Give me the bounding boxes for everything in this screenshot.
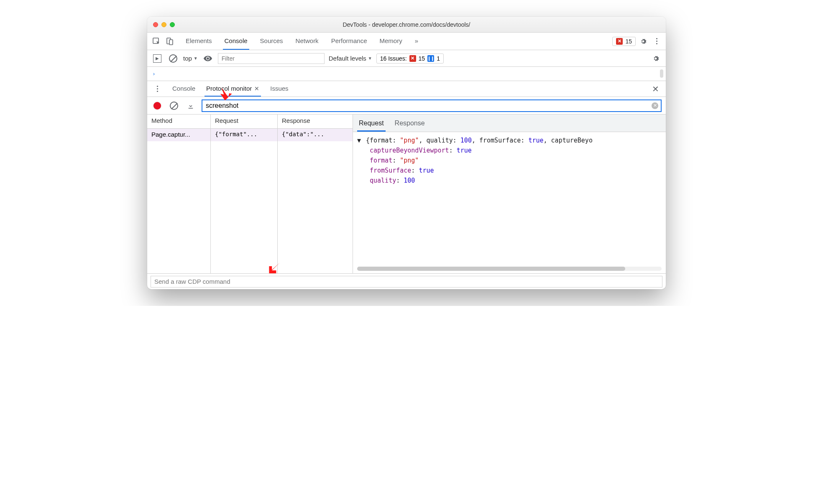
- drawer-tab-protocol-monitor[interactable]: Protocol monitor ✕: [205, 81, 261, 97]
- chevron-down-icon: ▼: [194, 56, 198, 61]
- issues-info-count: 1: [437, 55, 440, 62]
- tab-network[interactable]: Network: [294, 33, 320, 50]
- scrollbar-thumb[interactable]: [660, 69, 663, 78]
- titlebar: DevTools - developer.chrome.com/docs/dev…: [147, 17, 666, 33]
- errors-badge[interactable]: ✕ 15: [612, 37, 636, 46]
- error-icon: ✕: [409, 55, 416, 62]
- clear-console-icon[interactable]: [167, 53, 179, 64]
- tab-memory[interactable]: Memory: [378, 33, 404, 50]
- table-empty-area: [147, 141, 353, 273]
- error-icon: ✕: [616, 38, 623, 45]
- console-prompt[interactable]: ›: [147, 67, 666, 81]
- drawer-more-icon[interactable]: [151, 83, 163, 95]
- horizontal-scrollbar[interactable]: [357, 267, 662, 271]
- cdp-command-input[interactable]: [151, 276, 662, 288]
- tab-performance[interactable]: Performance: [330, 33, 369, 50]
- cell-request: {"format"...: [211, 129, 278, 141]
- error-count: 15: [625, 38, 632, 45]
- drawer-tab-label: Issues: [270, 85, 288, 92]
- protocol-filter-input[interactable]: [202, 99, 662, 112]
- record-button[interactable]: [151, 100, 163, 112]
- tabs-overflow-button[interactable]: »: [413, 33, 420, 50]
- chevron-down-icon: ▼: [368, 56, 372, 61]
- svg-rect-2: [169, 40, 173, 45]
- issues-counter[interactable]: 16 Issues: ✕ 15 ❙❙ 1: [376, 53, 444, 64]
- request-json-tree[interactable]: ▼ {format: "png", quality: 100, fromSurf…: [353, 132, 666, 265]
- console-settings-gear-icon[interactable]: [650, 53, 662, 64]
- download-icon[interactable]: [185, 100, 197, 112]
- panel-tabs: Elements Console Sources Network Perform…: [184, 33, 420, 50]
- device-toggle-icon[interactable]: [164, 36, 176, 47]
- main-tabstrip: Elements Console Sources Network Perform…: [147, 33, 666, 50]
- show-sidebar-icon[interactable]: ▶: [151, 53, 163, 64]
- close-tab-icon[interactable]: ✕: [254, 85, 259, 92]
- issues-error-count: 15: [419, 55, 425, 62]
- info-icon: ❙❙: [427, 55, 434, 62]
- detail-tab-response[interactable]: Response: [393, 116, 427, 132]
- json-value: 100: [404, 177, 415, 184]
- inspect-element-icon[interactable]: [151, 36, 162, 47]
- drawer-tab-label: Console: [172, 85, 195, 92]
- detail-tab-request[interactable]: Request: [357, 116, 386, 132]
- json-key: quality: [370, 177, 396, 184]
- context-selector[interactable]: top ▼: [183, 55, 198, 62]
- log-levels-selector[interactable]: Default levels ▼: [329, 55, 372, 62]
- cell-response: {"data":"...: [278, 129, 353, 141]
- console-toolbar: ▶ top ▼ Default levels ▼ 16 Issues: ✕ 15…: [147, 50, 666, 67]
- protocol-detail-pane: Request Response ▼ {format: "png", quali…: [353, 115, 666, 273]
- clear-log-icon[interactable]: [168, 100, 180, 112]
- cdp-command-row: [147, 273, 666, 289]
- annotation-arrow-icon: [218, 87, 233, 101]
- cell-method: Page.captur...: [147, 129, 211, 141]
- tab-sources[interactable]: Sources: [258, 33, 285, 50]
- table-row[interactable]: Page.captur... {"format"... {"data":"...: [147, 129, 353, 141]
- close-drawer-icon[interactable]: ✕: [649, 84, 662, 94]
- annotation-arrow-icon: [268, 261, 282, 275]
- protocol-monitor-body: Method Request Response Page.captur... {…: [147, 115, 666, 273]
- tree-toggle-icon[interactable]: ▼: [357, 137, 361, 144]
- json-value: true: [457, 147, 472, 154]
- context-label: top: [183, 55, 192, 62]
- col-response[interactable]: Response: [278, 115, 353, 128]
- col-method[interactable]: Method: [147, 115, 211, 128]
- protocol-table: Method Request Response Page.captur... {…: [147, 115, 353, 273]
- devtools-window: DevTools - developer.chrome.com/docs/dev…: [147, 17, 666, 289]
- window-title: DevTools - developer.chrome.com/docs/dev…: [147, 21, 666, 28]
- levels-label: Default levels: [329, 55, 366, 62]
- json-key: format: [370, 157, 392, 164]
- json-value: true: [419, 167, 434, 174]
- more-menu-icon[interactable]: [651, 36, 662, 47]
- protocol-monitor-toolbar: ✕: [147, 97, 666, 115]
- console-filter-input[interactable]: [218, 53, 325, 64]
- prompt-caret: ›: [152, 71, 156, 77]
- issues-label: 16 Issues:: [380, 55, 407, 62]
- settings-gear-icon[interactable]: [637, 36, 649, 47]
- json-key: captureBeyondViewport: [370, 147, 449, 154]
- table-header-row: Method Request Response: [147, 115, 353, 129]
- tab-console[interactable]: Console: [223, 33, 249, 50]
- json-key: fromSurface: [370, 167, 411, 174]
- drawer-tab-issues[interactable]: Issues: [268, 81, 290, 97]
- json-value: "png": [400, 157, 419, 164]
- col-request[interactable]: Request: [211, 115, 278, 128]
- clear-filter-icon[interactable]: ✕: [652, 102, 658, 109]
- drawer-tab-console[interactable]: Console: [171, 81, 197, 97]
- detail-tabs: Request Response: [353, 115, 666, 132]
- live-expression-eye-icon[interactable]: [202, 53, 214, 64]
- tab-elements[interactable]: Elements: [184, 33, 214, 50]
- scrollbar-thumb[interactable]: [357, 267, 625, 271]
